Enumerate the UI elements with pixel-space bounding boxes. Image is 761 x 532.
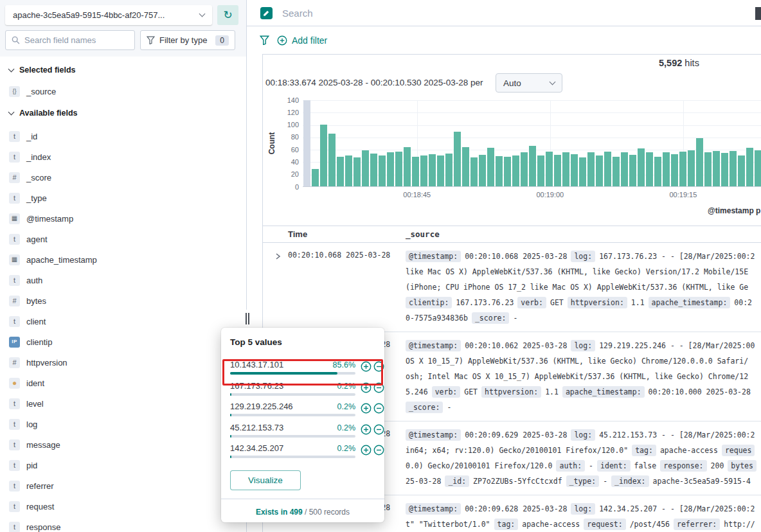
histogram-bar[interactable] <box>629 155 636 186</box>
field-item-_score[interactable]: #_score <box>0 167 246 188</box>
filter-for-value-button[interactable] <box>361 424 372 435</box>
histogram-bar[interactable] <box>579 157 586 186</box>
field-item-agent[interactable]: tagent <box>0 229 246 249</box>
field-item-response[interactable]: tresponse <box>0 517 246 532</box>
filter-for-value-button[interactable] <box>361 403 372 414</box>
histogram-bar[interactable] <box>387 152 394 186</box>
histogram-bar[interactable] <box>604 152 611 186</box>
histogram-bar[interactable] <box>504 157 511 186</box>
histogram-bar[interactable] <box>679 152 686 186</box>
sidebar-resize-handle[interactable] <box>244 310 250 328</box>
field-item-level[interactable]: tlevel <box>0 393 246 414</box>
histogram-bar[interactable] <box>554 155 561 186</box>
histogram-bar[interactable] <box>412 157 419 186</box>
clipped-top-right-control[interactable] <box>755 7 761 20</box>
histogram-bar[interactable] <box>487 148 494 186</box>
histogram-bar[interactable] <box>571 154 578 186</box>
field-item-request[interactable]: trequest <box>0 496 246 517</box>
histogram-bar[interactable] <box>362 150 369 186</box>
field-item-bytes[interactable]: #bytes <box>0 290 246 311</box>
histogram-bar[interactable] <box>420 155 427 186</box>
histogram-bar[interactable] <box>512 155 519 186</box>
field-item-clientip[interactable]: IPclientip <box>0 332 246 352</box>
visualize-button[interactable]: Visualize <box>230 470 301 490</box>
histogram-chart[interactable] <box>303 100 761 187</box>
search-field-names-input[interactable]: Search field names <box>5 30 135 50</box>
filter-by-type-button[interactable]: Filter by type 0 <box>140 30 235 50</box>
histogram-bar[interactable] <box>303 100 310 186</box>
field-item-message[interactable]: tmessage <box>0 434 246 455</box>
histogram-bar[interactable] <box>646 152 653 186</box>
field-item-auth[interactable]: tauth <box>0 270 246 290</box>
filter-out-value-button[interactable] <box>373 424 384 435</box>
histogram-bar[interactable] <box>521 152 528 186</box>
histogram-bar[interactable] <box>688 150 695 186</box>
histogram-bar[interactable] <box>596 155 603 186</box>
histogram-bar[interactable] <box>546 152 553 186</box>
field-item-ident[interactable]: ●ident <box>0 373 246 393</box>
field-item-_index[interactable]: t_index <box>0 146 246 167</box>
histogram-bar[interactable] <box>713 151 720 186</box>
refresh-button[interactable]: ↻ <box>217 5 238 25</box>
histogram-bar[interactable] <box>746 148 753 186</box>
histogram-bar[interactable] <box>721 153 728 186</box>
search-bar[interactable]: Search <box>247 0 761 26</box>
field-item-log[interactable]: tlog <box>0 414 246 434</box>
histogram-bar[interactable] <box>496 156 503 186</box>
interval-select[interactable]: Auto <box>496 73 562 93</box>
histogram-bar[interactable] <box>671 154 678 186</box>
histogram-bar[interactable] <box>663 152 670 186</box>
filter-out-value-button[interactable] <box>373 445 384 456</box>
histogram-bar[interactable] <box>529 146 536 186</box>
field-item-_id[interactable]: t_id <box>0 126 246 146</box>
add-filter-button[interactable]: Add filter <box>277 35 327 46</box>
histogram-bar[interactable] <box>328 134 336 186</box>
histogram-bar[interactable] <box>654 157 661 186</box>
index-pattern-select[interactable]: apache-3c5ea5a9-5915-4bbc-af20-757... <box>5 5 212 25</box>
histogram-bar[interactable] <box>470 157 478 186</box>
column-header-time[interactable]: Time <box>288 229 307 239</box>
histogram-bar[interactable] <box>320 125 327 186</box>
histogram-bar[interactable] <box>587 152 595 186</box>
histogram-bar[interactable] <box>437 155 444 186</box>
histogram-bar[interactable] <box>621 152 628 186</box>
filter-for-value-button[interactable] <box>361 361 372 372</box>
histogram-bar[interactable] <box>537 155 544 186</box>
histogram-bar[interactable] <box>638 148 645 186</box>
exists-link[interactable]: Exists in 499 <box>256 508 303 517</box>
histogram-bar[interactable] <box>370 154 377 186</box>
field-item-referrer[interactable]: treferrer <box>0 475 246 496</box>
available-fields-header[interactable]: Available fields <box>9 109 78 118</box>
field-item-client[interactable]: tclient <box>0 311 246 332</box>
field-item-pid[interactable]: tpid <box>0 455 246 475</box>
selected-fields-header[interactable]: Selected fields <box>9 66 76 75</box>
histogram-bar[interactable] <box>379 155 386 186</box>
histogram-bar[interactable] <box>562 152 569 186</box>
histogram-bar[interactable] <box>312 169 319 186</box>
search-input[interactable]: Search <box>282 8 313 19</box>
filter-out-value-button[interactable] <box>373 382 384 393</box>
filter-for-value-button[interactable] <box>361 445 372 456</box>
expand-row-button[interactable] <box>263 249 288 326</box>
histogram-bar[interactable] <box>345 155 352 186</box>
histogram-bar[interactable] <box>354 157 361 186</box>
filter-out-value-button[interactable] <box>373 361 384 372</box>
field-item-apache_timestamp[interactable]: ▦apache_timestamp <box>0 249 246 270</box>
histogram-bar[interactable] <box>395 152 402 186</box>
column-header-source[interactable]: _source <box>406 229 440 239</box>
histogram-bar[interactable] <box>738 155 745 186</box>
histogram-bar[interactable] <box>755 150 761 186</box>
histogram-bar[interactable] <box>479 155 486 186</box>
histogram-bar[interactable] <box>730 151 737 186</box>
histogram-bar[interactable] <box>613 157 620 186</box>
filter-out-value-button[interactable] <box>373 403 384 414</box>
filter-for-value-button[interactable] <box>361 382 372 393</box>
histogram-bar[interactable] <box>404 147 411 186</box>
field-item-_source[interactable]: {}_source <box>0 81 246 102</box>
filter-icon[interactable] <box>260 35 269 45</box>
field-item-_type[interactable]: t_type <box>0 188 246 208</box>
field-item-httpversion[interactable]: #httpversion <box>0 352 246 373</box>
histogram-bar[interactable] <box>696 138 703 186</box>
field-item-@timestamp[interactable]: ▦@timestamp <box>0 208 246 229</box>
histogram-bar[interactable] <box>445 154 452 186</box>
